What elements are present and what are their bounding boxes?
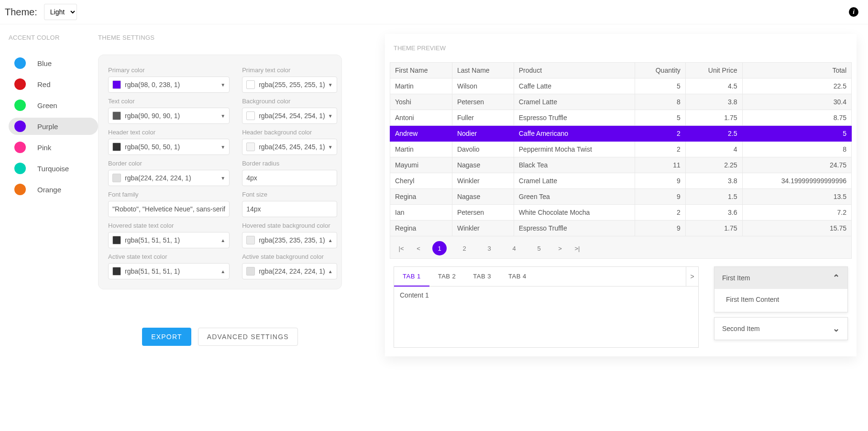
table-cell: Wilson [452,78,514,94]
text_color-input[interactable]: rgba(90, 90, 90, 1)▼ [108,108,230,124]
font_family-input[interactable]: "Roboto", "Helvetice Neue", sans-serif [108,201,230,217]
column-header[interactable]: First Name [390,63,452,78]
table-cell: Petersen [452,94,514,110]
tab-2[interactable]: TAB 2 [429,267,465,286]
tab-3[interactable]: TAB 3 [464,267,500,286]
pager-next-button[interactable]: > [553,241,567,255]
pager: |<<12345>>| [390,236,852,259]
table-row[interactable]: AndrewNodierCaffe Americano22.55 [390,126,852,142]
font_size-input[interactable]: 14px [242,201,337,217]
column-header[interactable]: Quantity [635,63,685,78]
table-cell: 13.5 [742,189,852,205]
table-cell: 5 [742,126,852,142]
theme-select[interactable]: Light [44,4,77,20]
preview-title: Theme Preview [390,44,852,52]
table-cell: Mayumi [390,157,452,173]
pager-first-button[interactable]: |< [394,241,408,255]
active_bg-chip-icon [246,267,255,276]
table-row[interactable]: ReginaWinklerEspresso Truffle91.7515.75 [390,221,852,236]
chevron-up-icon: ▲ [220,238,225,243]
export-button[interactable]: EXPORT [142,328,191,346]
preview-table: First NameLast NameProductQuantityUnit P… [390,62,852,236]
accent-red[interactable]: Red [9,76,98,93]
table-row[interactable]: IanPetersenWhite Chocolate Mocha23.67.2 [390,205,852,221]
table-cell: Regina [390,189,452,205]
pager-page-5[interactable]: 5 [532,241,546,255]
table-cell: 30.4 [742,94,852,110]
table-row[interactable]: MartinDavolioPeppermint Mocha Twist248 [390,142,852,157]
background_color-input[interactable]: rgba(254, 254, 254, 1)▼ [242,108,337,124]
table-row[interactable]: CherylWinklerCramel Latte93.834.19999999… [390,173,852,189]
active_text-input[interactable]: rgba(51, 51, 51, 1)▲ [108,263,230,279]
primary_text_color-label: Primary text color [242,66,337,74]
table-cell: Black Tea [514,157,635,173]
table-cell: Fuller [452,110,514,126]
pager-last-button[interactable]: >| [570,241,584,255]
accent-purple[interactable]: Purple [9,118,98,135]
header_text_color-input[interactable]: rgba(50, 50, 50, 1)▼ [108,139,230,155]
accordion-content: First Item Content [714,289,847,312]
table-cell: White Chocolate Mocha [514,205,635,221]
table-cell: Espresso Truffle [514,221,635,236]
chevron-down-icon: ⌄ [833,323,840,334]
table-cell: 2 [635,142,685,157]
border_color-input[interactable]: rgba(224, 224, 224, 1)▼ [108,170,230,186]
blue-swatch-icon [14,57,26,69]
primary_text_color-chip-icon [246,80,255,89]
active_bg-input[interactable]: rgba(224, 224, 224, 1)▲ [242,263,337,279]
table-cell: Cramel Latte [514,94,635,110]
tab-1[interactable]: TAB 1 [394,267,429,287]
table-cell: Nagase [452,157,514,173]
accordion-header[interactable]: Second Item⌄ [714,318,847,340]
header_background_color-chip-icon [246,143,255,151]
chevron-up-icon: ▲ [328,269,333,274]
tab-scroll-right-icon[interactable]: > [686,267,698,286]
table-cell: Regina [390,221,452,236]
table-cell: 1.75 [685,110,742,126]
tab-4[interactable]: TAB 4 [500,267,535,286]
pager-page-2[interactable]: 2 [457,241,472,255]
table-cell: Cheryl [390,173,452,189]
hovered_bg-input[interactable]: rgba(235, 235, 235, 1)▲ [242,232,337,248]
table-row[interactable]: MayumiNagaseBlack Tea112.2524.75 [390,157,852,173]
pager-page-3[interactable]: 3 [482,241,496,255]
table-cell: 1.5 [685,189,742,205]
table-cell: Green Tea [514,189,635,205]
table-cell: 2 [635,205,685,221]
table-cell: Ian [390,205,452,221]
font_size-value: 14px [246,205,332,213]
table-cell: 22.5 [742,78,852,94]
pager-prev-button[interactable]: < [411,241,426,255]
table-row[interactable]: AntoniFullerEspresso Truffle51.758.75 [390,110,852,126]
border_radius-value: 4px [246,174,332,182]
table-cell: Nodier [452,126,514,142]
table-cell: Antoni [390,110,452,126]
column-header[interactable]: Unit Price [685,63,742,78]
accent-orange[interactable]: Orange [9,181,98,198]
accent-turquoise[interactable]: Turquoise [9,160,98,177]
primary_text_color-input[interactable]: rgba(255, 255, 255, 1)▼ [242,77,337,93]
table-cell: 2.25 [685,157,742,173]
info-icon[interactable]: i [849,7,858,17]
border_radius-input[interactable]: 4px [242,170,337,186]
table-row[interactable]: ReginaNagaseGreen Tea91.513.5 [390,189,852,205]
table-row[interactable]: YoshiPetersenCramel Latte83.830.4 [390,94,852,110]
accent-blue[interactable]: Blue [9,55,98,72]
accordion-header[interactable]: First Item⌃ [714,267,847,289]
column-header[interactable]: Product [514,63,635,78]
pager-page-4[interactable]: 4 [507,241,521,255]
accordion-label: Second Item [722,325,760,332]
column-header[interactable]: Total [742,63,852,78]
table-cell: Espresso Truffle [514,110,635,126]
hovered_text-input[interactable]: rgba(51, 51, 51, 1)▲ [108,232,230,248]
pager-page-1[interactable]: 1 [432,241,447,255]
primary_color-input[interactable]: rgba(98, 0, 238, 1)▼ [108,77,230,93]
accent-green[interactable]: Green [9,97,98,114]
column-header[interactable]: Last Name [452,63,514,78]
accent-label: Red [37,80,51,88]
table-cell: 2 [635,126,685,142]
accent-pink[interactable]: Pink [9,139,98,156]
table-row[interactable]: MartinWilsonCaffe Latte54.522.5 [390,78,852,94]
header_background_color-input[interactable]: rgba(245, 245, 245, 1)▼ [242,139,337,155]
advanced-settings-button[interactable]: ADVANCED SETTINGS [198,328,298,346]
